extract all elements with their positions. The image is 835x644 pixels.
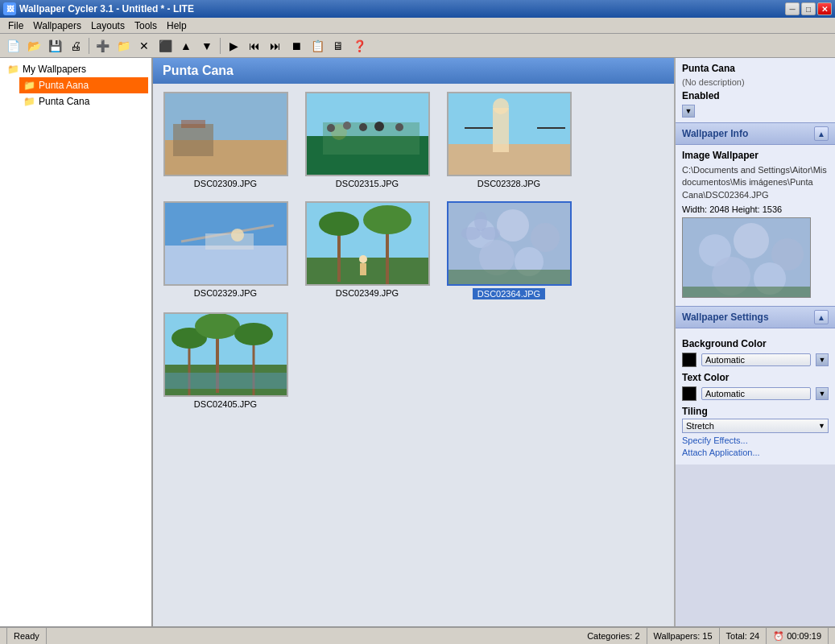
thumb-label: DSC02364.JPG <box>473 288 545 299</box>
rp-description: (No description) <box>682 77 829 87</box>
list-button[interactable]: 📋 <box>308 36 327 56</box>
svg-rect-2 <box>173 124 213 156</box>
help-button[interactable]: ❓ <box>349 36 369 56</box>
menu-help[interactable]: Help <box>162 19 192 32</box>
tiling-label: Tiling <box>682 406 829 417</box>
status-wallpapers: Wallpapers: 15 <box>647 628 720 644</box>
bg-color-row: Automatic ▼ <box>682 353 829 367</box>
text-color-swatch[interactable] <box>682 386 697 401</box>
status-ready: Ready <box>6 628 47 644</box>
text-color-dropdown[interactable]: Automatic <box>701 387 811 400</box>
tiling-select-wrapper: Stretch Tile Center Fill Fit <box>682 419 829 433</box>
thumb-dsc02364[interactable]: DSC02364.JPG <box>444 201 573 299</box>
stop-button[interactable]: ⬛ <box>155 36 175 56</box>
svg-point-35 <box>531 223 560 252</box>
status-wallpapers-text: Wallpapers: 15 <box>654 631 713 641</box>
bg-color-dropdown[interactable]: Automatic <box>701 353 811 366</box>
right-panel: Punta Cana (No description) Enabled ▼ Wa… <box>674 58 835 626</box>
svg-rect-25 <box>307 258 428 286</box>
print-button[interactable]: 🖨 <box>66 36 85 56</box>
tree-root[interactable]: 📁 My Wallpapers <box>3 61 148 77</box>
folder-button[interactable]: 📁 <box>114 36 133 56</box>
svg-point-30 <box>359 255 367 263</box>
specify-effects-link[interactable]: Specify Effects... <box>682 436 829 445</box>
thumb-label: DSC02349.JPG <box>336 288 399 298</box>
thumb-label: DSC02405.JPG <box>194 399 257 409</box>
status-total: Total: 24 <box>720 628 767 644</box>
thumb-dsc02349[interactable]: DSC02349.JPG <box>303 201 432 299</box>
titlebar: 🖼 Wallpaper Cycler 3.1 - Untitled * - LI… <box>0 0 835 18</box>
tree-item-punta-cana[interactable]: 📁 Punta Cana <box>19 93 148 109</box>
svg-point-12 <box>395 123 403 131</box>
thumb-dsc02405[interactable]: DSC02405.JPG <box>161 312 290 409</box>
status-time-text: ⏰ 00:09:19 <box>773 631 821 642</box>
menu-layouts[interactable]: Layouts <box>86 19 130 32</box>
status-total-text: Total: 24 <box>726 631 760 641</box>
delete-button[interactable]: ✕ <box>134 36 154 56</box>
up-button[interactable]: ▲ <box>176 36 196 56</box>
tree-item-punta-aana[interactable]: 📁 Punta Aana <box>19 77 148 93</box>
svg-rect-13 <box>449 92 570 144</box>
bg-color-label: Background Color <box>682 338 829 349</box>
wallpaper-type: Image Wallpaper <box>682 150 829 161</box>
close-button[interactable]: ✕ <box>817 2 832 15</box>
save-button[interactable]: 💾 <box>45 36 64 56</box>
bg-color-arrow[interactable]: ▼ <box>816 353 829 366</box>
svg-rect-3 <box>181 120 205 128</box>
thumb-image <box>447 201 572 286</box>
add-button[interactable]: ➕ <box>93 36 112 56</box>
rp-enabled-label: Enabled <box>682 90 829 101</box>
thumb-dsc02329[interactable]: DSC02329.JPG <box>161 201 290 299</box>
sep1 <box>89 38 89 54</box>
svg-point-53 <box>734 223 769 258</box>
pause-button[interactable]: ⏹ <box>287 36 306 56</box>
thumbnails-area: DSC02309.JPG <box>153 84 674 626</box>
status-ready-text: Ready <box>14 631 39 641</box>
menu-file[interactable]: File <box>3 19 28 32</box>
toolbar: 📄 📂 💾 🖨 ➕ 📁 ✕ ⬛ ▲ ▼ ▶ ⏮ ⏭ ⏹ 📋 🖥 ❓ <box>0 34 835 58</box>
thumb-image <box>163 312 288 397</box>
svg-rect-31 <box>360 263 366 275</box>
svg-point-16 <box>493 98 509 114</box>
play-button[interactable]: ▶ <box>224 36 243 56</box>
maximize-button[interactable]: □ <box>801 2 816 15</box>
down-button[interactable]: ▼ <box>197 36 217 56</box>
center-panel: Punta Cana DSC02309.JPG <box>153 58 674 626</box>
svg-point-9 <box>343 122 351 130</box>
text-color-arrow[interactable]: ▼ <box>816 387 829 400</box>
thumb-image <box>447 92 572 176</box>
open-button[interactable]: 📂 <box>24 36 43 56</box>
next-button[interactable]: ⏭ <box>266 36 285 56</box>
thumb-dsc02328[interactable]: DSC02328.JPG <box>444 92 573 188</box>
thumb-image <box>163 92 288 176</box>
thumb-label: DSC02315.JPG <box>336 179 399 188</box>
svg-point-11 <box>374 122 384 131</box>
svg-point-8 <box>327 124 335 132</box>
thumb-dsc02315[interactable]: DSC02315.JPG <box>303 92 432 188</box>
thumb-image <box>163 201 288 286</box>
wallpaper-settings-collapse[interactable]: ▲ <box>814 310 829 324</box>
prev-button[interactable]: ⏮ <box>245 36 264 56</box>
left-panel: 📁 My Wallpapers 📁 Punta Aana 📁 Punta Can… <box>0 58 153 626</box>
svg-point-29 <box>363 205 411 234</box>
enabled-dropdown-arrow[interactable]: ▼ <box>682 105 695 118</box>
svg-rect-14 <box>449 144 570 176</box>
svg-rect-57 <box>683 287 811 298</box>
menu-tools[interactable]: Tools <box>130 19 162 32</box>
folder-icon: 📁 <box>23 95 35 108</box>
menu-wallpapers[interactable]: Wallpapers <box>28 19 86 32</box>
screen-button[interactable]: 🖥 <box>329 36 348 56</box>
minimize-button[interactable]: ─ <box>785 2 800 15</box>
menubar: File Wallpapers Layouts Tools Help <box>0 18 835 34</box>
thumb-dsc02309[interactable]: DSC02309.JPG <box>161 92 290 188</box>
tiling-select[interactable]: Stretch Tile Center Fill Fit <box>682 419 829 433</box>
new-button[interactable]: 📄 <box>3 36 23 56</box>
attach-application-link[interactable]: Attach Application... <box>682 448 829 457</box>
bg-color-swatch[interactable] <box>682 353 697 367</box>
statusbar: Ready Categories: 2 Wallpapers: 15 Total… <box>0 626 835 644</box>
wallpaper-info-collapse[interactable]: ▲ <box>814 126 829 141</box>
wallpaper-info-content: Image Wallpaper C:\Documents and Setting… <box>676 145 835 306</box>
wallpaper-info-header: Wallpaper Info ▲ <box>676 122 835 145</box>
titlebar-buttons: ─ □ ✕ <box>785 2 832 15</box>
svg-point-47 <box>195 313 240 339</box>
